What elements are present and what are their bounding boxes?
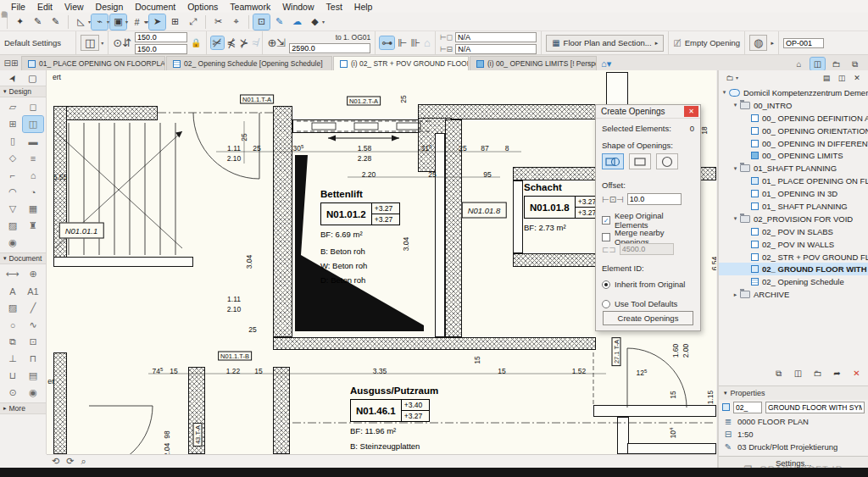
offset-input[interactable] [627, 193, 682, 205]
tree-item[interactable]: 02_ GROUND FLOOR WITH SYMBOLS [719, 263, 868, 275]
house-view-icon[interactable]: ⌂▾ [598, 57, 615, 70]
figure-tool[interactable]: ⧉ [3, 334, 23, 350]
menu-help[interactable]: Help [348, 1, 379, 13]
anchor-right-icon[interactable]: ⊪ [411, 36, 420, 49]
subtract-elements-icon[interactable]: ⊁ [239, 36, 248, 49]
polygon-shape-button[interactable] [602, 153, 624, 169]
markup-pen-icon[interactable]: ✎ [271, 14, 287, 30]
mesh-tool[interactable]: ▨ [3, 218, 23, 234]
inject-parameters-icon[interactable]: ✎ [47, 14, 64, 30]
chevron-down-icon[interactable]: ▾ [101, 40, 103, 46]
window-tool[interactable]: ⊞ [3, 116, 23, 132]
keep-original-row[interactable]: ✓ Keep Original Elements [602, 211, 694, 230]
properties-header[interactable]: ▾ Properties [719, 386, 868, 400]
menu-design[interactable]: Design [90, 1, 130, 13]
radio-selected-icon[interactable] [602, 280, 610, 289]
pin-panel-icon[interactable]: ▤ [820, 72, 833, 84]
delete-icon[interactable]: ✕ [849, 367, 864, 380]
chevron-down-icon[interactable]: ▾ [107, 19, 109, 25]
tree-item[interactable]: ▾Domicil Kompetenzzentrum Demenz Oberrie… [719, 86, 868, 99]
elevation-tool[interactable]: ⊓ [23, 351, 43, 367]
set-square-icon[interactable]: ◺ [73, 14, 89, 30]
frame-icon[interactable]: ⊡ [253, 14, 270, 30]
lamp-tool[interactable]: ◉ [3, 235, 23, 251]
checkbox-checked-icon[interactable]: ✓ [602, 216, 610, 225]
worksheet-tool[interactable]: ▤ [23, 368, 43, 384]
tree-item[interactable]: 01_ SHAFT PLANNING [719, 200, 868, 213]
tree-item[interactable]: ▾01_SHAFT PLANNING [719, 162, 868, 175]
railing-tool[interactable]: ⌐ [3, 167, 23, 183]
defaults-radio-row[interactable]: Use Tool Defaults [602, 299, 694, 308]
height2-input[interactable] [135, 44, 187, 54]
cut-elements-icon[interactable]: ✂̸ [211, 36, 224, 49]
menu-options[interactable]: Options [181, 1, 224, 13]
slab-tool[interactable]: ◇ [3, 150, 23, 166]
overlay-icon[interactable]: ⧉ [848, 58, 862, 70]
label-tool[interactable]: A1 [23, 283, 43, 299]
wall-tool[interactable]: ▱ [3, 99, 23, 115]
view-name-input[interactable] [765, 402, 865, 413]
tree-expander-icon[interactable]: ▸ [732, 291, 739, 298]
tree-item[interactable]: 00_ OPENING IN DIFFERENT ELEMENT TYPES [719, 137, 868, 150]
view-tab-2[interactable]: 02_ Opening Schedule [Opening Schedule] [166, 56, 332, 70]
zone-tool[interactable]: ▦ [23, 201, 43, 217]
column-tool[interactable]: ▯ [3, 133, 23, 149]
tree-item[interactable]: 00_ OPENING ORIENTATION [719, 125, 868, 137]
floor-plan-display-button[interactable]: ▦ Floor Plan and Section... ▸ [546, 35, 664, 52]
detail-tool[interactable]: ⊙ [3, 385, 23, 401]
toolbox-design-header[interactable]: ▾ Design [0, 86, 46, 97]
back-icon[interactable]: ⟲ [52, 456, 59, 467]
pick-up-parameters-icon[interactable]: ✎ [30, 14, 46, 30]
stair-tool[interactable]: ≡ [23, 150, 43, 166]
trim-icon[interactable]: ✂ [210, 14, 226, 30]
snap-guides-icon[interactable]: ▣ [110, 14, 126, 30]
tree-item[interactable]: 01_ PLACE OPENING ON FLOORPLAN [719, 175, 868, 187]
tree-item[interactable]: ▸ARCHIVE [719, 288, 868, 301]
checkbox-unchecked-icon[interactable] [602, 233, 610, 241]
split-elements-icon[interactable]: ⋠ [227, 36, 236, 49]
quick-options-grid-icon[interactable]: ⊟⊞ [3, 57, 19, 69]
publish-icon[interactable]: ➦ [830, 367, 844, 380]
settings-dialog-icon[interactable]: ◫ [81, 35, 99, 51]
merge-elements-icon[interactable]: ≉ [252, 36, 258, 49]
beam-tool[interactable]: ▬ [23, 133, 43, 149]
home-story-icon[interactable]: ⌂ [0, 7, 13, 22]
rectangle-shape-button[interactable] [629, 153, 651, 169]
tree-item[interactable]: 00_ OPENING LIMITS [719, 149, 868, 162]
element-id-input[interactable] [783, 38, 824, 48]
flyout-arrow-icon[interactable]: ▸ [771, 40, 774, 47]
tree-expander-icon[interactable]: ▾ [732, 102, 739, 108]
toolbox-document-header[interactable]: ▾ Document [0, 252, 46, 264]
tree-item[interactable]: 02_ POV IN SLABS [719, 225, 868, 238]
forward-icon[interactable]: ⟳ [66, 456, 74, 467]
tree-item[interactable]: ▾00_INTRO [719, 99, 868, 112]
radio-unselected-icon[interactable] [602, 300, 610, 308]
tree-item[interactable]: 01_ OPENING IN 3D [719, 187, 868, 200]
polyline-tool[interactable]: ∿ [23, 317, 43, 333]
arrow-tool-icon[interactable]: ➤ [6, 72, 19, 84]
panel-options-icon[interactable]: ◫ [835, 72, 849, 84]
move-icon[interactable]: ➤ [149, 14, 165, 30]
view-tab-4[interactable]: (i) 00_ OPENING LIMITS [! Perspective]✕ [470, 56, 597, 70]
project-chooser-icon[interactable]: 🗀 [723, 72, 737, 84]
marquee-tool-icon[interactable]: ▢ [28, 73, 36, 84]
tree-item[interactable]: ▾02_PROVISION FOR VOID [719, 213, 868, 225]
fit-in-window-icon[interactable]: ⤢ [185, 14, 201, 30]
story-row[interactable]: ≣ 0000 FLOOR PLAN [719, 415, 868, 428]
top-limit-input[interactable] [455, 32, 537, 42]
section-tool[interactable]: ⊥ [3, 351, 23, 367]
opening-tool[interactable]: ◫ [23, 116, 43, 132]
merge-distance-input[interactable] [620, 243, 674, 255]
tree-expander-icon[interactable]: ▾ [732, 215, 739, 222]
inherit-radio-row[interactable]: Inherit from Original [602, 280, 694, 289]
menu-edit[interactable]: Edit [31, 1, 58, 13]
interior-elevation-tool[interactable]: ⊔ [3, 368, 23, 384]
menu-teamwork[interactable]: Teamwork [224, 1, 276, 13]
level-dimension-tool[interactable]: ⊕ [23, 266, 43, 282]
view-id-input[interactable] [733, 402, 762, 413]
layouts-icon[interactable]: ◫ [810, 58, 825, 70]
guide-lines-icon[interactable]: ⌁ [92, 14, 108, 30]
toolbox-more-header[interactable]: ▸ More [0, 402, 46, 414]
anchor-left-icon[interactable]: ⊩ [398, 36, 407, 49]
scale-row[interactable]: ⊟ 1:50 [719, 428, 868, 441]
